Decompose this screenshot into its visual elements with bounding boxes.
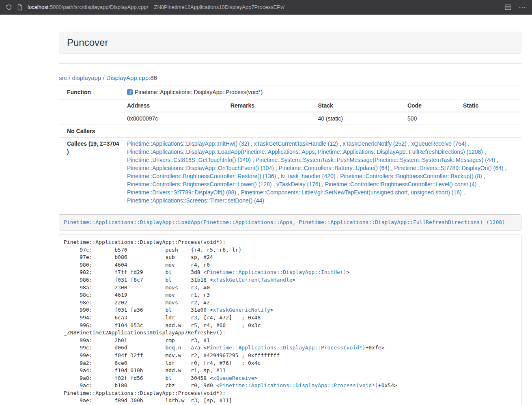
- symbol-link[interactable]: xTaskGetCurrentTaskHandle: [213, 277, 293, 283]
- callee-link[interactable]: Pinetime::Components::LittleVgl::SetNewT…: [241, 189, 462, 196]
- callee-link[interactable]: Pinetime::Controllers::BrightnessControl…: [127, 173, 276, 179]
- callee-link[interactable]: xTaskGenericNotify (252): [342, 140, 406, 147]
- symbol-table: Function f Pinetime::Applications::Displ…: [59, 86, 521, 207]
- app-title: Puncover: [67, 37, 108, 48]
- column-remarks: Remarks: [227, 99, 315, 112]
- callee-link[interactable]: Pinetime::Controllers::Battery::Update()…: [279, 165, 390, 171]
- asm-line: 996: f104 053c add.w r5, r4, #60 ; 0x3c: [64, 322, 517, 330]
- callee-link[interactable]: Pinetime::Controllers::BrightnessControl…: [127, 181, 271, 187]
- callee-separator: ,: [495, 157, 498, 163]
- callee-link[interactable]: vTaskDelay (176): [276, 181, 320, 187]
- asm-line: 99a: 2b01 cmp r3, #1: [64, 337, 517, 345]
- reader-view-icon[interactable]: [505, 4, 511, 10]
- asm-line: 97e: b086 sub sp, #24: [64, 254, 517, 261]
- breadcrumb-separator: /: [101, 74, 106, 81]
- asm-line: 982: f7ff fd29 bl 3d8 <Pinetime::Applica…: [64, 269, 517, 276]
- details-row: Address Remarks Stack Code Static 0x0000…: [59, 99, 521, 125]
- asm-line: 98c: 4619 mov r1, r3: [64, 291, 517, 299]
- callees-row: Callees (19, Σ=3704 ) Pinetime::Applicat…: [59, 138, 521, 207]
- callee-link[interactable]: Pinetime::Controllers::BrightnessControl…: [340, 173, 482, 179]
- function-name-cell: f Pinetime::Applications::DisplayApp::Pr…: [124, 86, 521, 99]
- asm-line: 97c: b570 push {r4, r5, r6, lr}: [64, 246, 517, 254]
- url-bar[interactable]: localhost:5000/path/src/displayapp/Displ…: [28, 4, 500, 10]
- disassembly: Pinetime::Applications::DisplayApp::Proc…: [59, 235, 521, 405]
- callee-link[interactable]: Pinetime::Applications::DisplayApp::OnTo…: [127, 165, 274, 171]
- asm-line: Pinetime::Applications::DisplayApp::Proc…: [64, 390, 517, 397]
- app-header: Puncover: [59, 32, 521, 54]
- breadcrumb-link[interactable]: DisplayApp.cpp:: [106, 74, 150, 81]
- callee-separator: ,: [483, 149, 486, 155]
- static-value: [460, 112, 521, 125]
- function-row-header: Function: [59, 86, 124, 99]
- toolbar-actions: ⋯: [505, 4, 526, 11]
- breadcrumb-separator: /: [67, 74, 72, 81]
- callee-separator: ,: [482, 173, 485, 179]
- callee-link[interactable]: Pinetime::System::SystemTask::PushMessag…: [256, 157, 495, 163]
- browser-toolbar: localhost:5000/path/src/displayapp/Displ…: [0, 0, 532, 15]
- asm-line: 98e: 2202 movs r2, #2: [64, 299, 517, 307]
- highlighted-symbol-box: Pinetime::Applications::DisplayApp::Load…: [59, 214, 521, 231]
- asm-line: 9a2: 6ce0 ldr r0, [r4, #76] ; 0x4c: [64, 360, 517, 367]
- callee-link[interactable]: xQueueReceive (764): [411, 140, 466, 147]
- stack-value: 40 (static): [314, 112, 404, 125]
- callee-link[interactable]: Pinetime::Applications::DisplayApp::Init…: [127, 140, 249, 147]
- page-actions-menu-icon[interactable]: ⋯: [519, 4, 526, 11]
- callee-separator: ,: [462, 189, 465, 196]
- symbol-link[interactable]: xQueueReceive: [213, 375, 254, 381]
- asm-line: _ZN8Pinetime12Applications10DisplayApp7R…: [64, 329, 517, 337]
- callee-separator: ,: [338, 140, 343, 147]
- asm-line: 9a4: f10d 010b add.w r1, sp, #11: [64, 367, 517, 375]
- callee-separator: ,: [249, 140, 254, 147]
- callee-separator: ,: [236, 189, 241, 196]
- shield-icon[interactable]: [6, 4, 12, 11]
- callee-separator: ,: [251, 157, 256, 163]
- callee-link[interactable]: Pinetime::Drivers::Cst816S::GetTouchInfo…: [127, 157, 251, 163]
- callee-link[interactable]: Pinetime::Drivers::St7789::DisplayOn() (…: [394, 165, 503, 171]
- breadcrumb-link[interactable]: displayapp: [72, 74, 101, 81]
- url-host: localhost: [28, 4, 48, 10]
- callee-separator: ,: [476, 181, 480, 187]
- asm-line: 9ac: b180 cbz r0, 9d0 <Pinetime::Applica…: [64, 382, 517, 390]
- url-path: :5000/path/src/displayapp/DisplayApp.cpp…: [48, 4, 284, 10]
- asm-line: 9a8: f02f fd56 bl 30458 <xQueueReceive>: [64, 375, 517, 382]
- symbol-link[interactable]: Pinetime::Applications::DisplayApp::Proc…: [220, 382, 378, 388]
- remarks-value: [227, 112, 315, 125]
- highlighted-symbol-link[interactable]: Pinetime::Applications::DisplayApp::Load…: [64, 219, 505, 225]
- callee-separator: ,: [336, 173, 340, 179]
- asm-line: 994: 6ca3 ldr r3, [r4, #72] ; 0x48: [64, 314, 517, 322]
- function-row: Function f Pinetime::Applications::Displ…: [59, 86, 521, 99]
- callee-link[interactable]: Pinetime::Drivers::St7789::DisplayOff() …: [127, 189, 236, 196]
- callees-cell: Pinetime::Applications::DisplayApp::Init…: [124, 138, 521, 207]
- callee-link[interactable]: xTaskGetCurrentTaskHandle (12): [254, 140, 338, 147]
- symbol-link[interactable]: Pinetime::Applications::DisplayApp::Proc…: [207, 345, 365, 351]
- callee-separator: ,: [407, 140, 411, 147]
- callee-separator: ,: [466, 140, 470, 147]
- callee-link[interactable]: Pinetime::Controllers::BrightnessControl…: [325, 181, 476, 187]
- callee-separator: ,: [274, 165, 279, 171]
- column-address: Address: [124, 99, 227, 112]
- callee-link[interactable]: Pinetime::Applications::Screens::Timer::…: [127, 197, 264, 204]
- asm-line: 9ae: f89d 300b ldrb.w r3, [sp, #11]: [64, 397, 517, 405]
- symbol-link[interactable]: xTaskGenericNotify: [213, 307, 270, 313]
- code-value: 500: [404, 112, 460, 125]
- details-value-row: 0x0000097c 40 (static) 500: [124, 112, 521, 125]
- breadcrumb-line-number: 86: [150, 74, 157, 81]
- breadcrumb: src / displayapp / DisplayApp.cpp:86: [59, 74, 521, 81]
- details-table: Address Remarks Stack Code Static 0x0000…: [124, 99, 521, 125]
- no-callers-header: No Callers: [59, 125, 124, 138]
- callee-link[interactable]: lv_task_handler (420): [281, 173, 336, 179]
- details-row-header: [59, 99, 124, 125]
- callee-separator: ,: [504, 165, 507, 171]
- callee-separator: ,: [271, 181, 276, 187]
- asm-line: Pinetime::Applications::DisplayApp::Proc…: [64, 239, 517, 246]
- breadcrumb-link[interactable]: src: [59, 74, 67, 81]
- no-callers-row: No Callers: [59, 125, 521, 138]
- callee-separator: ,: [276, 173, 281, 179]
- symbol-link[interactable]: Pinetime::Applications::DisplayApp::Init…: [207, 269, 346, 275]
- callee-link[interactable]: Pinetime::Applications::DisplayApp::Load…: [127, 149, 483, 155]
- details-header-row: Address Remarks Stack Code Static: [124, 99, 521, 112]
- page-info-icon[interactable]: [17, 4, 23, 11]
- page-content: Puncover src / displayapp / DisplayApp.c…: [59, 15, 521, 405]
- column-static: Static: [460, 99, 521, 112]
- callee-separator: ,: [320, 181, 325, 187]
